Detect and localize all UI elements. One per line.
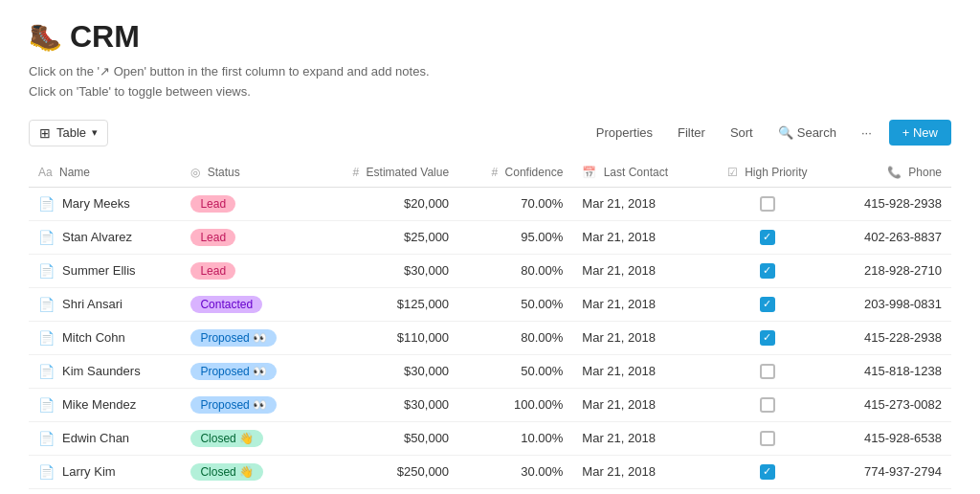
- document-icon: 📄: [38, 364, 55, 379]
- cell-high-priority[interactable]: [704, 354, 830, 388]
- properties-button[interactable]: Properties: [589, 121, 660, 145]
- cell-last-contact: Mar 21, 2018: [572, 187, 704, 220]
- cell-name: 📄Mitch Cohn: [29, 321, 181, 354]
- document-icon: 📄: [38, 397, 55, 413]
- status-badge: Proposed 👀: [190, 363, 277, 380]
- checkbox-unchecked[interactable]: [760, 431, 775, 446]
- checkbox-unchecked[interactable]: [760, 364, 775, 379]
- cell-estimated-value: $20,000: [313, 488, 458, 494]
- cell-phone: 415-928-6538: [830, 421, 951, 455]
- subtitle: Click on the '↗ Open' button in the firs…: [29, 62, 951, 102]
- title-row: 🥾 CRM: [29, 19, 951, 55]
- view-toggle-button[interactable]: ⊞ Table ▾: [29, 120, 108, 146]
- cell-name: 📄Mike Mendez: [29, 388, 181, 421]
- row-name: Summer Ellis: [62, 263, 136, 278]
- checkbox-checked[interactable]: ✓: [760, 330, 775, 346]
- col-status: ◎ Status: [181, 158, 313, 188]
- cell-high-priority[interactable]: [704, 488, 830, 494]
- chevron-down-icon: ▾: [92, 126, 98, 139]
- cell-status: Proposed 👀: [181, 388, 313, 421]
- cell-confidence: 50.00%: [458, 287, 572, 321]
- checkbox-checked[interactable]: ✓: [760, 263, 775, 279]
- row-name: Mary Meeks: [62, 196, 130, 211]
- cell-estimated-value: $20,000: [313, 187, 458, 220]
- status-icon: ◎: [190, 166, 200, 179]
- cell-high-priority[interactable]: ✓: [704, 321, 830, 354]
- status-badge: Proposed 👀: [190, 396, 277, 414]
- new-button[interactable]: + New: [889, 120, 951, 146]
- cell-estimated-value: $250,000: [313, 455, 458, 488]
- cell-phone: 415-273-0082: [830, 388, 951, 421]
- cell-status: Contacted: [181, 287, 313, 321]
- toolbar: ⊞ Table ▾ Properties Filter Sort 🔍 Searc…: [29, 120, 951, 146]
- text-icon: Aa: [38, 166, 53, 179]
- checkbox-checked[interactable]: ✓: [760, 297, 775, 312]
- document-icon: 📄: [38, 297, 55, 312]
- cell-phone: 415-228-2938: [830, 321, 951, 354]
- cell-last-contact: Mar 21, 2018: [572, 488, 704, 494]
- cell-high-priority[interactable]: ✓: [704, 220, 830, 254]
- table-row: 📄Carrie DukeLost$20,00050.00%Mar 21, 201…: [29, 488, 951, 494]
- table-header: Aa Name ◎ Status # Estimated Value # Con…: [29, 158, 951, 188]
- cell-name: 📄Edwin Chan: [29, 421, 181, 455]
- cell-high-priority[interactable]: [704, 187, 830, 220]
- checkbox-checked[interactable]: ✓: [760, 230, 775, 245]
- search-label: Search: [797, 125, 836, 140]
- row-name: Larry Kim: [62, 464, 116, 479]
- header-row: Aa Name ◎ Status # Estimated Value # Con…: [29, 158, 951, 188]
- cell-confidence: 80.00%: [458, 254, 572, 287]
- col-value: # Estimated Value: [313, 158, 458, 188]
- cell-high-priority[interactable]: [704, 421, 830, 455]
- cell-last-contact: Mar 21, 2018: [572, 388, 704, 421]
- table-row: 📄Mike MendezProposed 👀$30,000100.00%Mar …: [29, 388, 951, 421]
- checkbox-unchecked[interactable]: [760, 397, 775, 413]
- col-last-contact: 📅 Last Contact: [572, 158, 704, 188]
- cell-confidence: 100.00%: [458, 388, 572, 421]
- cell-high-priority[interactable]: ✓: [704, 254, 830, 287]
- subtitle-line1: Click on the '↗ Open' button in the firs…: [29, 62, 951, 82]
- more-options-button[interactable]: ···: [854, 121, 880, 145]
- col-confidence: # Confidence: [458, 158, 572, 188]
- search-button[interactable]: 🔍 Search: [770, 121, 844, 145]
- row-name: Mike Mendez: [62, 397, 136, 412]
- cell-status: Lead: [181, 220, 313, 254]
- cell-phone: 415-928-2938: [830, 187, 951, 220]
- cell-phone: 218-928-2710: [830, 254, 951, 287]
- hash-icon-value: #: [353, 166, 360, 179]
- col-name-label: Name: [59, 166, 90, 179]
- cell-high-priority[interactable]: ✓: [704, 287, 830, 321]
- cell-status: Closed 👋: [181, 455, 313, 488]
- cell-confidence: 95.00%: [458, 220, 572, 254]
- cell-status: Lead: [181, 254, 313, 287]
- table-row: 📄Stan AlvarezLead$25,00095.00%Mar 21, 20…: [29, 220, 951, 254]
- col-value-label: Estimated Value: [367, 166, 450, 179]
- cell-estimated-value: $50,000: [313, 421, 458, 455]
- status-badge: Proposed 👀: [190, 329, 277, 347]
- subtitle-line2: Click on 'Table' to toggle between views…: [29, 82, 951, 102]
- document-icon: 📄: [38, 263, 55, 279]
- document-icon: 📄: [38, 196, 55, 212]
- cell-status: Closed 👋: [181, 421, 313, 455]
- table-row: 📄Larry KimClosed 👋$250,00030.00%Mar 21, …: [29, 455, 951, 488]
- sort-button[interactable]: Sort: [723, 121, 761, 145]
- filter-button[interactable]: Filter: [670, 121, 713, 145]
- cell-estimated-value: $25,000: [313, 220, 458, 254]
- checkbox-checked[interactable]: ✓: [760, 464, 775, 480]
- row-name: Shri Ansari: [62, 297, 122, 311]
- cell-high-priority[interactable]: ✓: [704, 455, 830, 488]
- app-title: CRM: [70, 19, 140, 55]
- app-header: 🥾 CRM Click on the '↗ Open' button in th…: [29, 19, 951, 102]
- status-badge: Closed 👋: [190, 430, 263, 447]
- table-grid-icon: ⊞: [39, 125, 51, 141]
- cell-confidence: 10.00%: [458, 421, 572, 455]
- document-icon: 📄: [38, 464, 55, 480]
- cell-high-priority[interactable]: [704, 388, 830, 421]
- cell-estimated-value: $30,000: [313, 254, 458, 287]
- checkbox-unchecked[interactable]: [760, 196, 775, 212]
- cell-confidence: 50.00%: [458, 488, 572, 494]
- col-priority-label: High Priority: [745, 166, 807, 179]
- cell-last-contact: Mar 21, 2018: [572, 254, 704, 287]
- cell-phone: 402-263-8837: [830, 220, 951, 254]
- checkbox-icon: ☑: [727, 166, 738, 179]
- cell-status: Lead: [181, 187, 313, 220]
